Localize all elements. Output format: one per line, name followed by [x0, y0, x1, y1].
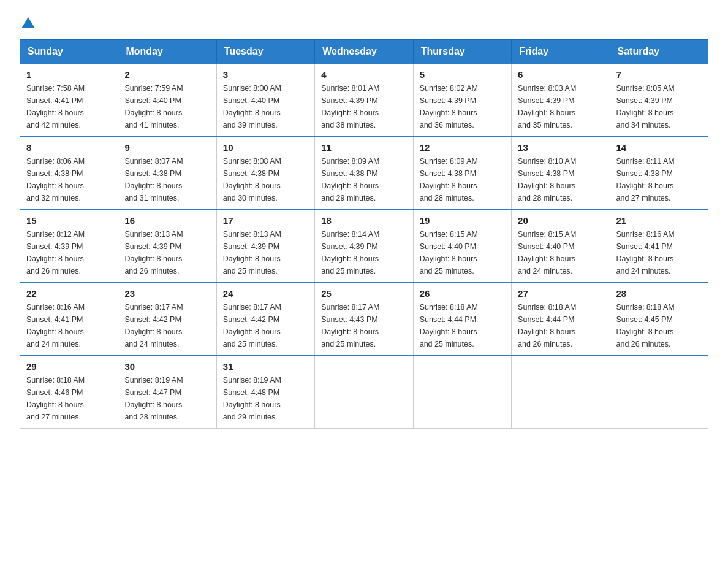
day-info: Sunrise: 8:03 AM Sunset: 4:39 PM Dayligh…	[518, 82, 603, 131]
col-header-friday: Friday	[512, 40, 610, 64]
day-number: 19	[420, 215, 505, 226]
day-info: Sunrise: 8:09 AM Sunset: 4:38 PM Dayligh…	[420, 155, 505, 204]
day-number: 24	[223, 288, 308, 299]
calendar-cell: 9 Sunrise: 8:07 AM Sunset: 4:38 PM Dayli…	[118, 137, 216, 210]
day-info: Sunrise: 8:15 AM Sunset: 4:40 PM Dayligh…	[420, 228, 505, 277]
calendar-cell: 16 Sunrise: 8:13 AM Sunset: 4:39 PM Dayl…	[118, 210, 216, 283]
day-number: 5	[420, 69, 505, 80]
day-number: 31	[223, 361, 308, 372]
day-number: 2	[124, 69, 210, 80]
calendar-cell: 18 Sunrise: 8:14 AM Sunset: 4:39 PM Dayl…	[315, 210, 413, 283]
day-number: 9	[124, 142, 210, 153]
day-info: Sunrise: 8:12 AM Sunset: 4:39 PM Dayligh…	[26, 228, 112, 277]
calendar-cell: 19 Sunrise: 8:15 AM Sunset: 4:40 PM Dayl…	[413, 210, 511, 283]
day-number: 4	[321, 69, 406, 80]
day-number: 25	[321, 288, 406, 299]
calendar-cell: 23 Sunrise: 8:17 AM Sunset: 4:42 PM Dayl…	[118, 283, 216, 356]
calendar-cell: 8 Sunrise: 8:06 AM Sunset: 4:38 PM Dayli…	[20, 137, 118, 210]
week-row-2: 8 Sunrise: 8:06 AM Sunset: 4:38 PM Dayli…	[20, 137, 708, 210]
day-number: 27	[518, 288, 603, 299]
day-info: Sunrise: 8:06 AM Sunset: 4:38 PM Dayligh…	[26, 155, 112, 204]
day-number: 6	[518, 69, 603, 80]
day-info: Sunrise: 7:58 AM Sunset: 4:41 PM Dayligh…	[26, 82, 112, 131]
col-header-saturday: Saturday	[610, 40, 708, 64]
calendar-cell	[512, 356, 610, 429]
calendar-cell	[413, 356, 511, 429]
calendar-cell: 6 Sunrise: 8:03 AM Sunset: 4:39 PM Dayli…	[512, 64, 610, 137]
logo	[20, 15, 35, 29]
calendar-cell: 31 Sunrise: 8:19 AM Sunset: 4:48 PM Dayl…	[216, 356, 314, 429]
calendar-cell: 29 Sunrise: 8:18 AM Sunset: 4:46 PM Dayl…	[20, 356, 118, 429]
day-number: 18	[321, 215, 406, 226]
day-number: 1	[26, 69, 112, 80]
calendar-cell: 21 Sunrise: 8:16 AM Sunset: 4:41 PM Dayl…	[610, 210, 708, 283]
day-info: Sunrise: 8:11 AM Sunset: 4:38 PM Dayligh…	[616, 155, 702, 204]
calendar-cell: 30 Sunrise: 8:19 AM Sunset: 4:47 PM Dayl…	[118, 356, 216, 429]
day-info: Sunrise: 8:18 AM Sunset: 4:44 PM Dayligh…	[518, 301, 603, 350]
calendar-cell: 22 Sunrise: 8:16 AM Sunset: 4:41 PM Dayl…	[20, 283, 118, 356]
calendar-cell: 7 Sunrise: 8:05 AM Sunset: 4:39 PM Dayli…	[610, 64, 708, 137]
day-info: Sunrise: 8:13 AM Sunset: 4:39 PM Dayligh…	[223, 228, 308, 277]
calendar-cell: 27 Sunrise: 8:18 AM Sunset: 4:44 PM Dayl…	[512, 283, 610, 356]
day-info: Sunrise: 8:09 AM Sunset: 4:38 PM Dayligh…	[321, 155, 406, 204]
day-info: Sunrise: 7:59 AM Sunset: 4:40 PM Dayligh…	[124, 82, 210, 131]
page-header	[20, 15, 708, 29]
day-info: Sunrise: 8:05 AM Sunset: 4:39 PM Dayligh…	[616, 82, 702, 131]
day-number: 7	[616, 69, 702, 80]
day-number: 30	[124, 361, 210, 372]
calendar-cell: 25 Sunrise: 8:17 AM Sunset: 4:43 PM Dayl…	[315, 283, 413, 356]
week-row-1: 1 Sunrise: 7:58 AM Sunset: 4:41 PM Dayli…	[20, 64, 708, 137]
calendar-cell: 17 Sunrise: 8:13 AM Sunset: 4:39 PM Dayl…	[216, 210, 314, 283]
calendar-header-row: SundayMondayTuesdayWednesdayThursdayFrid…	[20, 40, 708, 64]
col-header-wednesday: Wednesday	[315, 40, 413, 64]
calendar-cell: 5 Sunrise: 8:02 AM Sunset: 4:39 PM Dayli…	[413, 64, 511, 137]
col-header-tuesday: Tuesday	[216, 40, 314, 64]
day-number: 10	[223, 142, 308, 153]
day-number: 3	[223, 69, 308, 80]
day-info: Sunrise: 8:08 AM Sunset: 4:38 PM Dayligh…	[223, 155, 308, 204]
calendar-cell: 15 Sunrise: 8:12 AM Sunset: 4:39 PM Dayl…	[20, 210, 118, 283]
col-header-sunday: Sunday	[20, 40, 118, 64]
svg-marker-0	[21, 17, 35, 28]
calendar-cell: 11 Sunrise: 8:09 AM Sunset: 4:38 PM Dayl…	[315, 137, 413, 210]
day-number: 28	[616, 288, 702, 299]
calendar-cell: 10 Sunrise: 8:08 AM Sunset: 4:38 PM Dayl…	[216, 137, 314, 210]
day-info: Sunrise: 8:14 AM Sunset: 4:39 PM Dayligh…	[321, 228, 406, 277]
calendar-table: SundayMondayTuesdayWednesdayThursdayFrid…	[20, 39, 708, 429]
calendar-cell: 1 Sunrise: 7:58 AM Sunset: 4:41 PM Dayli…	[20, 64, 118, 137]
day-number: 23	[124, 288, 210, 299]
day-info: Sunrise: 8:07 AM Sunset: 4:38 PM Dayligh…	[124, 155, 210, 204]
calendar-cell: 28 Sunrise: 8:18 AM Sunset: 4:45 PM Dayl…	[610, 283, 708, 356]
day-info: Sunrise: 8:01 AM Sunset: 4:39 PM Dayligh…	[321, 82, 406, 131]
day-info: Sunrise: 8:17 AM Sunset: 4:43 PM Dayligh…	[321, 301, 406, 350]
day-number: 15	[26, 215, 112, 226]
calendar-cell: 4 Sunrise: 8:01 AM Sunset: 4:39 PM Dayli…	[315, 64, 413, 137]
week-row-4: 22 Sunrise: 8:16 AM Sunset: 4:41 PM Dayl…	[20, 283, 708, 356]
day-info: Sunrise: 8:16 AM Sunset: 4:41 PM Dayligh…	[616, 228, 702, 277]
day-info: Sunrise: 8:00 AM Sunset: 4:40 PM Dayligh…	[223, 82, 308, 131]
col-header-monday: Monday	[118, 40, 216, 64]
week-row-5: 29 Sunrise: 8:18 AM Sunset: 4:46 PM Dayl…	[20, 356, 708, 429]
day-info: Sunrise: 8:18 AM Sunset: 4:45 PM Dayligh…	[616, 301, 702, 350]
day-number: 11	[321, 142, 406, 153]
calendar-cell: 14 Sunrise: 8:11 AM Sunset: 4:38 PM Dayl…	[610, 137, 708, 210]
day-number: 14	[616, 142, 702, 153]
day-info: Sunrise: 8:15 AM Sunset: 4:40 PM Dayligh…	[518, 228, 603, 277]
day-number: 17	[223, 215, 308, 226]
day-number: 29	[26, 361, 112, 372]
day-info: Sunrise: 8:02 AM Sunset: 4:39 PM Dayligh…	[420, 82, 505, 131]
day-info: Sunrise: 8:19 AM Sunset: 4:48 PM Dayligh…	[223, 374, 308, 423]
day-number: 8	[26, 142, 112, 153]
day-info: Sunrise: 8:17 AM Sunset: 4:42 PM Dayligh…	[223, 301, 308, 350]
day-number: 21	[616, 215, 702, 226]
logo-triangle-icon	[21, 16, 35, 29]
day-info: Sunrise: 8:18 AM Sunset: 4:46 PM Dayligh…	[26, 374, 112, 423]
calendar-cell	[315, 356, 413, 429]
day-number: 22	[26, 288, 112, 299]
day-info: Sunrise: 8:19 AM Sunset: 4:47 PM Dayligh…	[124, 374, 210, 423]
day-number: 12	[420, 142, 505, 153]
calendar-cell: 12 Sunrise: 8:09 AM Sunset: 4:38 PM Dayl…	[413, 137, 511, 210]
day-number: 26	[420, 288, 505, 299]
calendar-cell	[610, 356, 708, 429]
calendar-cell: 20 Sunrise: 8:15 AM Sunset: 4:40 PM Dayl…	[512, 210, 610, 283]
